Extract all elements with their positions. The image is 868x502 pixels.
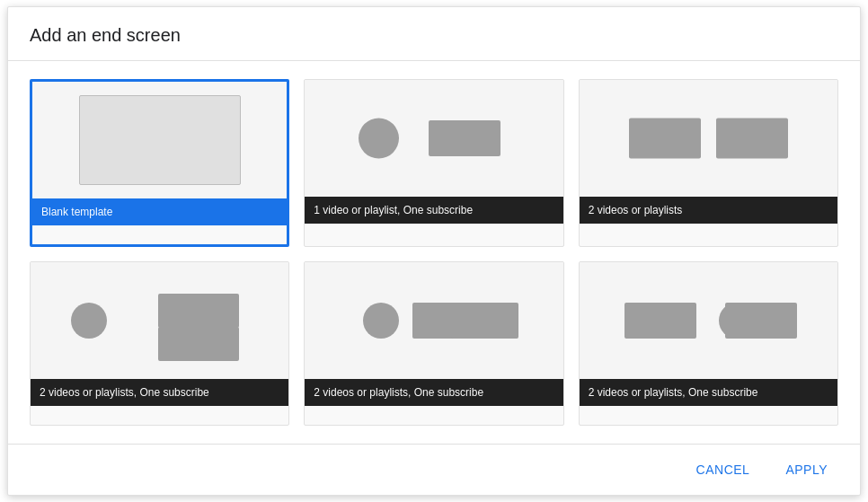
t6-rect1 xyxy=(624,303,696,339)
dialog-title: Add an end screen xyxy=(8,7,860,61)
cancel-button[interactable]: CANCEL xyxy=(686,455,761,484)
template-t3-label: 2 videos or playlists xyxy=(580,197,837,224)
template-t6-preview xyxy=(580,262,837,379)
template-two-videos-subscribe-left[interactable]: 2 videos or playlists, One subscribe xyxy=(30,261,289,426)
blank-rect xyxy=(79,95,241,185)
template-blank-preview xyxy=(32,82,287,198)
t6-rect2 xyxy=(725,303,797,339)
template-t6-label: 2 videos or playlists, One subscribe xyxy=(580,379,837,406)
template-t5-label: 2 videos or playlists, One subscribe xyxy=(305,379,562,406)
add-end-screen-dialog: Add an end screen Blank template 1 video… xyxy=(7,6,861,496)
template-t4-label: 2 videos or playlists, One subscribe xyxy=(31,379,288,406)
template-t4-preview xyxy=(31,262,288,379)
t2-rect xyxy=(429,120,500,156)
template-grid: Blank template 1 video or playlist, One … xyxy=(8,61,860,444)
template-blank-label: Blank template xyxy=(32,198,287,225)
t5-circle xyxy=(363,303,399,339)
template-t5-preview xyxy=(305,262,562,379)
t4-rect1 xyxy=(158,294,239,328)
t4-rect2 xyxy=(158,327,239,361)
template-two-videos[interactable]: 2 videos or playlists xyxy=(579,79,838,247)
t5-rect2 xyxy=(451,303,518,339)
apply-button[interactable]: APPLY xyxy=(775,455,838,484)
template-two-videos-subscribe-right[interactable]: 2 videos or playlists, One subscribe xyxy=(579,261,838,426)
template-t3-preview xyxy=(580,80,837,197)
template-two-videos-subscribe-center[interactable]: 2 videos or playlists, One subscribe xyxy=(304,261,563,426)
template-blank[interactable]: Blank template xyxy=(30,79,289,247)
t3-rect1 xyxy=(629,119,701,159)
template-t2-preview xyxy=(305,80,562,197)
template-one-video-subscribe[interactable]: 1 video or playlist, One subscribe xyxy=(304,79,563,247)
t4-circle xyxy=(71,303,107,339)
dialog-footer: CANCEL APPLY xyxy=(8,444,860,495)
template-t2-label: 1 video or playlist, One subscribe xyxy=(305,197,562,224)
t3-rect2 xyxy=(716,119,788,159)
t2-circle xyxy=(359,119,399,159)
